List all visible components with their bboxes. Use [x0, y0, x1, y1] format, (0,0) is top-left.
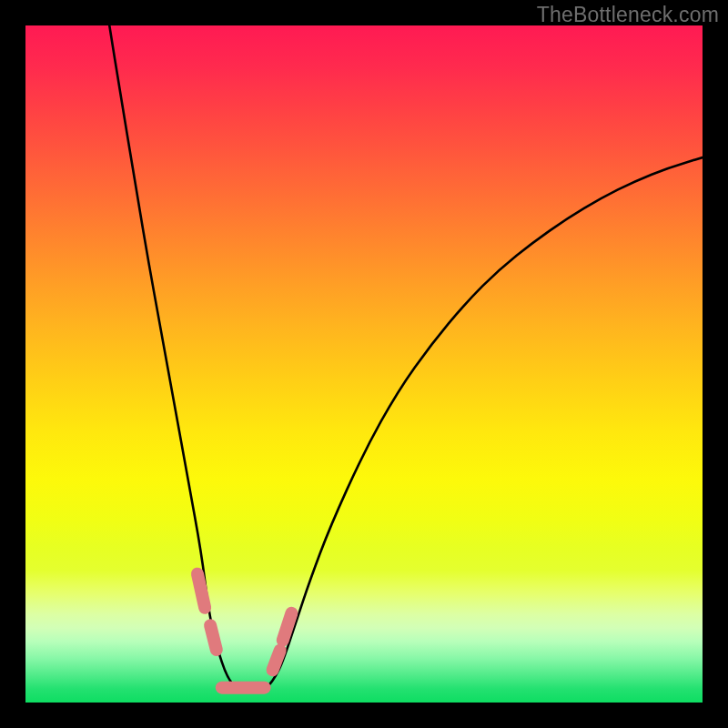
highlight-pill	[283, 613, 292, 641]
highlight-pill	[197, 574, 205, 608]
watermark-text: TheBottleneck.com	[537, 3, 719, 27]
chart-frame: TheBottleneck.com	[0, 0, 728, 728]
highlight-pill	[273, 651, 280, 671]
highlight-markers	[197, 574, 291, 688]
plot-area	[25, 25, 703, 703]
highlight-pill	[210, 625, 217, 650]
curve-layer	[25, 25, 703, 703]
